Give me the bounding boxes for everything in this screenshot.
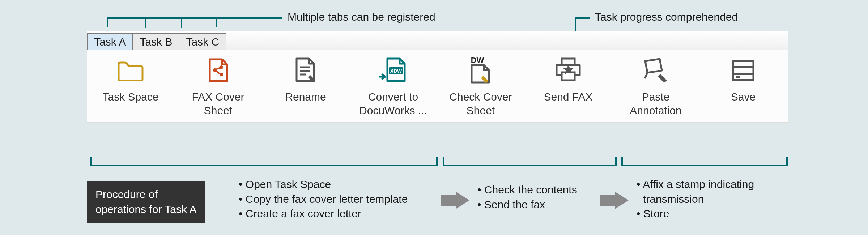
toolbar-buttons: Task Space FAX Cover Sheet [87, 50, 788, 123]
share-page-icon [207, 56, 229, 85]
xdw-icon: XDW [379, 56, 408, 85]
svg-rect-12 [562, 59, 575, 65]
svg-text:XDW: XDW [390, 68, 402, 74]
svg-line-5 [216, 71, 220, 74]
tabs-callout-line [217, 17, 282, 19]
step-group-1: Open Task Space Copy the fax cover lette… [239, 177, 408, 221]
step-item: Send the fax [477, 197, 577, 212]
folder-icon [117, 56, 144, 85]
task-toolbar: Task A Task B Task C Task Space [87, 31, 788, 123]
svg-rect-13 [562, 72, 575, 80]
step-item: Create a fax cover letter [239, 206, 408, 221]
toolbtn-label: Task Space [102, 90, 158, 104]
page-edit-icon [293, 56, 318, 85]
tab-label: Task B [140, 36, 172, 48]
toolbtn-rename[interactable]: Rename [262, 56, 349, 117]
toolbtn-label: Check Cover Sheet [441, 90, 520, 117]
tabrow-spacer [226, 33, 788, 50]
tab-row: Task A Task B Task C [87, 31, 788, 50]
toolbtn-convert-docuworks[interactable]: XDW Convert to DocuWorks ... [349, 56, 437, 117]
svg-text:DW: DW [471, 56, 484, 65]
group-bracket-3 [621, 157, 788, 166]
svg-line-4 [216, 68, 220, 69]
step-item: Affix a stamp indicating transmission [637, 177, 785, 206]
step-item: Check the contents [477, 183, 577, 197]
dw-page-icon: DW [467, 56, 495, 85]
step-group-2: Check the contents Send the fax [477, 183, 577, 212]
step-item: Store [637, 206, 785, 221]
group-bracket-2 [443, 157, 617, 166]
arrow-icon [456, 192, 469, 209]
step-item: Copy the fax cover letter template [239, 192, 408, 207]
arrow-icon [615, 192, 629, 209]
tab-label: Task C [186, 36, 219, 48]
toolbtn-label: Paste Annotation [616, 90, 695, 117]
tab-task-c[interactable]: Task C [179, 33, 226, 50]
procedure-title-box: Procedure of operations for Task A [87, 181, 205, 223]
svg-rect-18 [736, 76, 740, 78]
step-group-3: Affix a stamp indicating transmission St… [637, 177, 785, 221]
progress-callout-hline [575, 17, 590, 19]
toolbtn-check-cover-sheet[interactable]: DW Check Cover Sheet [437, 56, 524, 117]
toolbtn-save[interactable]: Save [699, 56, 787, 117]
toolbtn-label: FAX Cover Sheet [178, 90, 258, 117]
tab-task-b[interactable]: Task B [132, 33, 179, 50]
procedure-title-line1: Procedure of [95, 187, 197, 202]
tabs-bracket [107, 17, 217, 27]
toolbtn-label: Send FAX [544, 90, 592, 104]
toolbtn-label: Save [731, 90, 756, 104]
save-icon [731, 56, 756, 85]
toolbtn-label: Rename [285, 90, 326, 104]
step-item: Open Task Space [239, 177, 408, 192]
toolbtn-task-space[interactable]: Task Space [87, 56, 174, 117]
printer-icon [554, 56, 583, 85]
tabs-callout-label: Multiple tabs can be registered [288, 11, 435, 23]
tab-label: Task A [94, 36, 126, 48]
toolbtn-paste-annotation[interactable]: Paste Annotation [612, 56, 699, 117]
progress-callout-label: Task progress comprehended [595, 11, 738, 23]
procedure-title-line2: operations for Task A [95, 202, 197, 217]
tab-task-a[interactable]: Task A [87, 33, 133, 50]
stamp-icon [642, 56, 670, 85]
toolbtn-label: Convert to DocuWorks ... [353, 90, 433, 117]
group-bracket-1 [90, 157, 438, 166]
toolbtn-send-fax[interactable]: Send FAX [524, 56, 612, 117]
toolbtn-fax-cover-sheet[interactable]: FAX Cover Sheet [174, 56, 262, 117]
